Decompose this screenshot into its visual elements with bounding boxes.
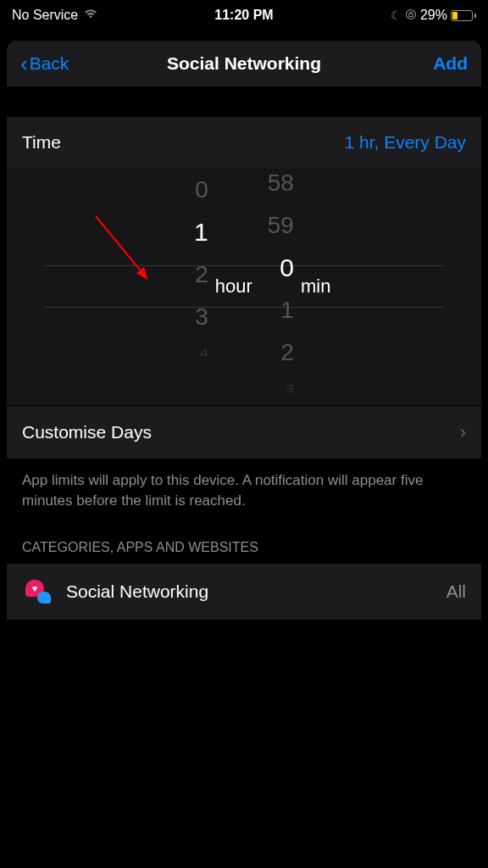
- picker-hour-option: 4: [200, 346, 208, 361]
- time-value: 1 hr, Every Day: [344, 132, 466, 153]
- picker-min-selected: 0: [280, 251, 294, 285]
- add-button[interactable]: Add: [433, 53, 468, 74]
- picker-min-option: 1: [280, 293, 294, 327]
- status-left: No Service: [12, 8, 98, 23]
- wifi-icon: [83, 8, 98, 23]
- chevron-left-icon: ‹: [20, 53, 28, 75]
- time-row[interactable]: Time 1 hr, Every Day: [7, 117, 481, 168]
- category-row[interactable]: ♥ Social Networking All: [7, 564, 481, 620]
- battery-percent: 29%: [420, 8, 447, 23]
- status-bar: No Service 11:20 PM ☾ 29%: [0, 0, 488, 31]
- dnd-icon: ☾: [391, 8, 402, 22]
- picker-min-option: 58: [268, 168, 294, 200]
- time-picker-section: 0 1 2 3 4 hour 56 57 58 59 0 1 2 3: [7, 168, 481, 405]
- picker-min-option: 2: [280, 336, 294, 370]
- back-button[interactable]: ‹ Back: [20, 53, 69, 75]
- annotation-arrow: [92, 212, 176, 297]
- svg-point-0: [406, 9, 415, 19]
- social-networking-icon: ♥: [22, 576, 54, 608]
- customize-section: Customise Days ›: [7, 405, 481, 459]
- page-title: Social Networking: [167, 53, 321, 74]
- nav-bar: ‹ Back Social Networking Add: [7, 41, 481, 86]
- back-label: Back: [30, 53, 69, 74]
- categories-header: CATEGORIES, APPS AND WEBSITES: [7, 523, 481, 564]
- picker-hour-option: 2: [195, 258, 208, 292]
- footer-description: App limits will apply to this device. A …: [7, 459, 481, 523]
- picker-hour-option: 3: [195, 300, 208, 334]
- svg-line-2: [96, 216, 147, 278]
- time-label: Time: [22, 132, 61, 153]
- min-unit: min: [301, 275, 330, 298]
- minutes-picker[interactable]: 56 57 58 59 0 1 2 3 min: [268, 173, 294, 400]
- orientation-lock-icon: [405, 8, 417, 23]
- picker-hour-option: 0: [195, 173, 208, 207]
- battery-icon: [451, 10, 476, 21]
- time-picker[interactable]: 0 1 2 3 4 hour 56 57 58 59 0 1 2 3: [7, 168, 481, 405]
- hours-picker[interactable]: 0 1 2 3 4 hour: [194, 173, 208, 400]
- picker-min-option: 3: [286, 381, 294, 397]
- picker-hour-selected: 1: [194, 215, 208, 249]
- category-value: All: [446, 581, 466, 602]
- status-right: ☾ 29%: [391, 8, 476, 23]
- chevron-right-icon: ›: [460, 421, 466, 443]
- customize-days-row[interactable]: Customise Days ›: [7, 405, 481, 459]
- carrier-text: No Service: [12, 8, 78, 23]
- category-label: Social Networking: [66, 581, 435, 602]
- time-section: Time 1 hr, Every Day: [7, 117, 481, 168]
- hour-unit: hour: [215, 275, 252, 298]
- status-time: 11:20 PM: [214, 8, 273, 23]
- customize-label: Customise Days: [22, 422, 152, 442]
- picker-min-option: 59: [268, 209, 294, 242]
